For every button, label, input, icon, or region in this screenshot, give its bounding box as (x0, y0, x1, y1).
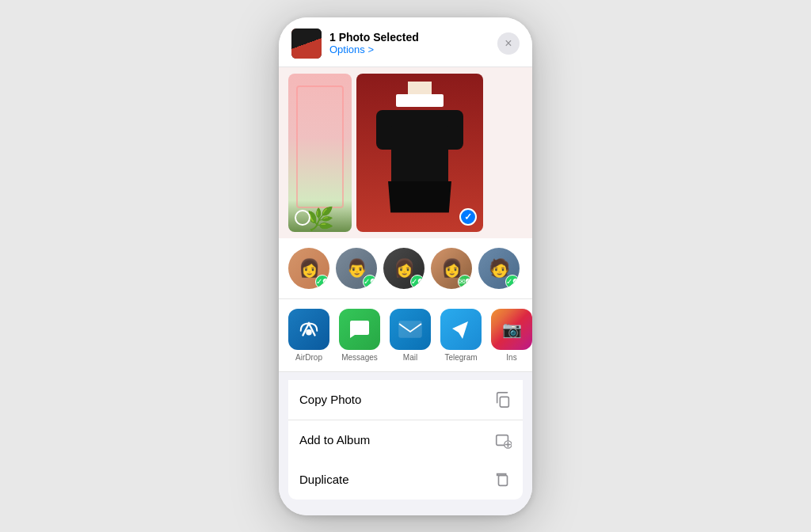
add-to-album-label: Add to Album (299, 433, 370, 446)
contact-avatar-1: 👩 ✓ (288, 248, 329, 289)
svg-rect-5 (499, 475, 508, 485)
dress-torso (391, 126, 448, 189)
contact-avatar-3: 👩 ✓ (383, 248, 425, 289)
messages-icon (339, 309, 380, 350)
messages-svg (348, 319, 371, 340)
app-airdrop[interactable]: AirDrop (288, 309, 329, 362)
telegram-label: Telegram (444, 353, 477, 362)
bottom-spacer (279, 509, 532, 515)
app-messages[interactable]: Messages (339, 309, 380, 362)
copy-photo-label: Copy Photo (299, 393, 361, 406)
options-link[interactable]: Options > (329, 44, 497, 55)
dress-figure (356, 74, 483, 232)
phone-frame: 1 Photo Selected Options > 🌿 (279, 17, 532, 515)
header-thumbnail (291, 28, 322, 59)
contacts-row: 👩 ✓ 👨 ✓ 👩 ✓ 👩 (279, 238, 532, 299)
imessage-badge-4: ✉ (458, 275, 472, 289)
instagram-glyph: 📷 (502, 320, 522, 339)
whatsapp-icon-5: ✓ (506, 277, 512, 286)
add-to-album-button[interactable]: Add to Album (288, 420, 523, 460)
action-spacer-top (288, 372, 523, 380)
photo-right-bg (356, 74, 483, 232)
airdrop-label: AirDrop (295, 353, 322, 362)
svg-rect-1 (399, 321, 421, 337)
share-header: 1 Photo Selected Options > (279, 17, 532, 67)
mail-icon (390, 309, 431, 350)
header-text: 1 Photo Selected Options > (329, 31, 497, 55)
duplicate-label: Duplicate (299, 473, 349, 486)
app-instagram[interactable]: 📷 Ins (491, 309, 532, 362)
apps-row: AirDrop Messages Mail (279, 299, 532, 372)
dress-wrapper (376, 110, 463, 213)
header-title: 1 Photo Selected (329, 31, 497, 44)
app-mail[interactable]: Mail (390, 309, 431, 362)
telegram-icon (440, 309, 482, 350)
whatsapp-badge-2: ✓ (363, 275, 377, 289)
messages-label: Messages (341, 353, 378, 362)
whatsapp-badge-3: ✓ (410, 275, 425, 289)
close-button[interactable] (497, 32, 520, 55)
contact-item[interactable]: 👩 ✓ (288, 248, 329, 289)
add-to-album-icon (494, 431, 512, 449)
contact-avatar-2: 👨 ✓ (336, 248, 377, 289)
contact-item-5[interactable]: 🧑 ✓ (478, 248, 520, 289)
duplicate-icon (494, 471, 512, 488)
dress-collar (396, 94, 444, 107)
contact-item-4[interactable]: 👩 ✉ (431, 248, 472, 289)
telegram-svg (450, 318, 472, 340)
contact-item-3[interactable]: 👩 ✓ (383, 248, 425, 289)
copy-photo-button[interactable]: Copy Photo (288, 380, 523, 420)
duplicate-button[interactable]: Duplicate (288, 460, 523, 500)
whatsapp-icon-3: ✓ (411, 277, 417, 286)
instagram-icon: 📷 (491, 309, 532, 350)
instagram-label: Ins (506, 353, 516, 362)
svg-rect-2 (500, 397, 508, 407)
copy-photo-icon (494, 391, 512, 408)
contact-item-2[interactable]: 👨 ✓ (336, 248, 377, 289)
mail-svg (398, 321, 422, 338)
whatsapp-badge-1: ✓ (315, 275, 329, 289)
imessage-icon-4: ✉ (459, 277, 465, 286)
photo-left[interactable]: 🌿 (288, 74, 352, 232)
contact-avatar-4: 👩 ✉ (431, 248, 472, 289)
whatsapp-icon-1: ✓ (316, 277, 322, 286)
contact-avatar-5: 🧑 ✓ (478, 248, 520, 289)
airdrop-icon (288, 309, 329, 350)
whatsapp-badge-5: ✓ (505, 275, 520, 289)
selected-checkmark (459, 208, 477, 226)
airdrop-svg (297, 317, 321, 341)
dress-skirt (388, 181, 451, 213)
app-telegram[interactable]: Telegram (440, 309, 482, 362)
photo-right[interactable] (356, 74, 483, 232)
svg-point-0 (306, 329, 312, 336)
photo-left-bg: 🌿 (288, 74, 352, 232)
mail-label: Mail (403, 353, 417, 362)
whatsapp-icon-2: ✓ (364, 277, 370, 286)
photo-strip: 🌿 (279, 67, 532, 238)
action-list: Copy Photo Add to Album Duplicate (279, 372, 532, 509)
selection-circle (295, 210, 310, 226)
